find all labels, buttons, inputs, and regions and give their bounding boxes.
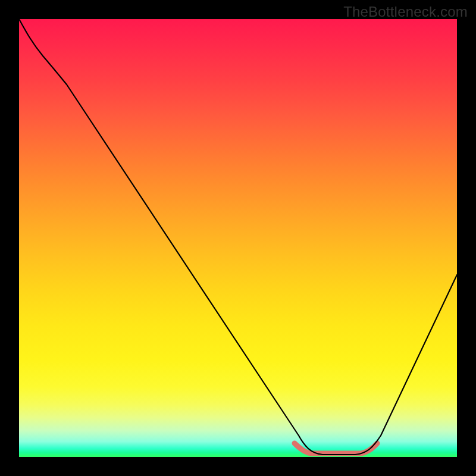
plot-area (19, 19, 457, 457)
bottleneck-curve (19, 19, 457, 455)
curve-svg (19, 19, 457, 457)
watermark-text: TheBottleneck.com (343, 4, 468, 20)
chart-container: TheBottleneck.com (0, 0, 476, 476)
